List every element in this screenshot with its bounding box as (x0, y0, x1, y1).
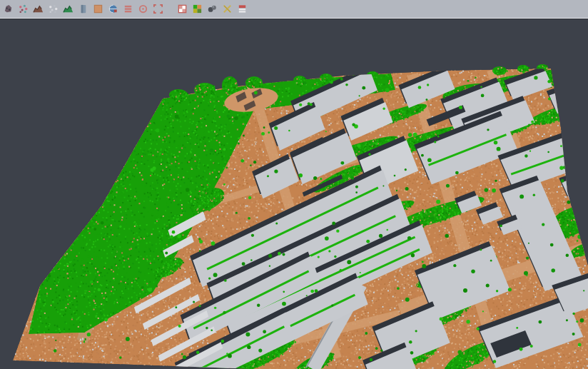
surface-model-icon (63, 4, 74, 14)
layers-icon (123, 4, 133, 14)
spheres-button[interactable] (206, 3, 218, 15)
toolbar-separator (167, 9, 173, 9)
report-button[interactable] (236, 3, 248, 15)
layers-button[interactable] (122, 3, 134, 15)
terrain-model-icon (33, 4, 44, 14)
zoom-extents-icon (153, 4, 163, 14)
target-button[interactable] (137, 3, 149, 15)
classification-button[interactable] (191, 3, 203, 15)
grid-button[interactable] (176, 3, 188, 15)
classification-icon (192, 4, 203, 14)
orthophoto-button[interactable] (92, 3, 104, 15)
surface-model-button[interactable] (62, 3, 74, 15)
georeference-button[interactable] (107, 3, 119, 15)
georeference-icon (108, 4, 118, 14)
target-icon (138, 4, 148, 14)
point-cloud-button[interactable] (2, 3, 14, 15)
zoom-extents-button[interactable] (152, 3, 164, 15)
colorize-points-button[interactable] (17, 3, 29, 15)
orthophoto-icon (93, 4, 103, 14)
sparse-points-button[interactable] (47, 3, 59, 15)
report-icon (237, 4, 248, 14)
point-cloud-icon (3, 4, 14, 14)
toolbar (0, 0, 588, 19)
colorize-points-icon (18, 4, 29, 14)
sparse-points-icon (48, 4, 59, 14)
app-window (0, 0, 588, 369)
measure-button[interactable] (221, 3, 233, 15)
measure-icon (222, 4, 233, 14)
terrain-model-button[interactable] (32, 3, 44, 15)
profile-view-button[interactable] (77, 3, 89, 15)
profile-view-icon (78, 4, 88, 14)
point-cloud-canvas[interactable] (0, 0, 588, 369)
spheres-icon (207, 4, 218, 14)
grid-icon (177, 4, 188, 14)
